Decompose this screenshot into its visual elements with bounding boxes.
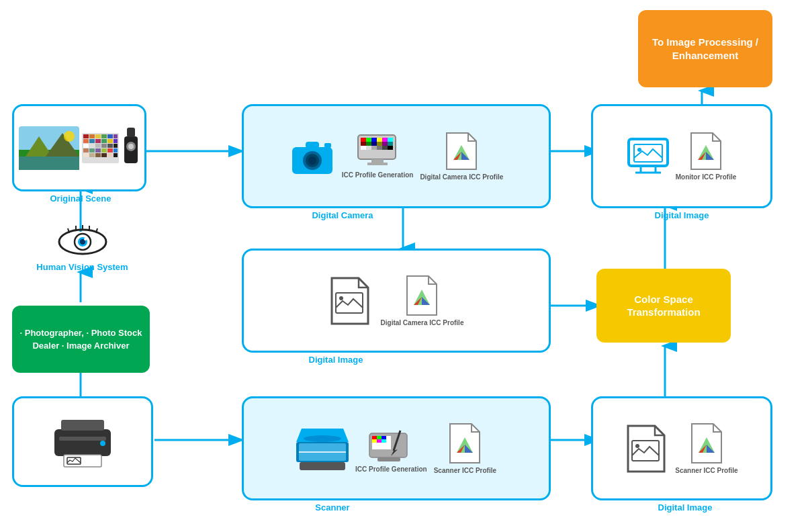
color-space-transformation-box: Color Space Transformation xyxy=(596,269,731,343)
svg-rect-67 xyxy=(89,139,95,143)
svg-rect-40 xyxy=(382,142,388,146)
scanner-box: ICC Profile Generation Scanner ICC Profi… xyxy=(242,396,551,500)
digital-image-bot-label: Digital Image xyxy=(618,502,752,513)
svg-rect-41 xyxy=(388,142,393,146)
svg-rect-71 xyxy=(114,139,118,143)
svg-rect-32 xyxy=(371,138,377,142)
svg-rect-91 xyxy=(127,128,135,137)
scanner-icc-label: Scanner ICC Profile xyxy=(434,467,496,474)
svg-rect-66 xyxy=(83,139,89,143)
digital-image-mid-doc-group xyxy=(329,277,371,325)
svg-rect-30 xyxy=(361,138,366,142)
svg-rect-46 xyxy=(382,146,388,150)
digital-camera-box: ICC Profile Generation Digital Camera IC… xyxy=(242,104,551,208)
svg-rect-31 xyxy=(366,138,371,142)
svg-rect-65 xyxy=(114,134,118,138)
svg-rect-127 xyxy=(377,439,382,443)
printer-icon xyxy=(49,413,116,470)
digital-image-mid-box: Digital Camera ICC Profile xyxy=(242,249,551,353)
svg-rect-60 xyxy=(83,134,89,138)
svg-rect-69 xyxy=(101,139,107,143)
svg-rect-49 xyxy=(367,163,388,165)
svg-rect-34 xyxy=(382,138,388,142)
svg-rect-77 xyxy=(114,144,118,148)
svg-rect-113 xyxy=(59,437,106,441)
svg-rect-62 xyxy=(95,134,101,138)
svg-rect-80 xyxy=(95,148,101,152)
svg-rect-119 xyxy=(300,462,345,470)
scanner-label: Scanner xyxy=(299,502,366,513)
svg-rect-74 xyxy=(95,144,101,148)
svg-rect-76 xyxy=(107,144,113,148)
svg-point-58 xyxy=(64,131,75,142)
svg-rect-38 xyxy=(371,142,377,146)
scanner-icc-bot-label: Scanner ICC Profile xyxy=(675,467,737,474)
svg-point-120 xyxy=(304,435,341,442)
color-space-transformation-label: Color Space Transformation xyxy=(596,293,731,319)
svg-point-93 xyxy=(128,144,134,149)
svg-rect-47 xyxy=(388,146,393,150)
svg-rect-35 xyxy=(388,138,393,142)
camera-icc-label: Digital Camera ICC Profile xyxy=(420,173,503,181)
svg-rect-110 xyxy=(61,420,104,431)
svg-rect-123 xyxy=(372,436,377,439)
svg-rect-81 xyxy=(101,148,107,152)
photographers-label: · Photographer, · Photo Stock Dealer · I… xyxy=(12,320,150,359)
svg-rect-89 xyxy=(114,153,118,157)
svg-point-26 xyxy=(308,157,316,165)
svg-rect-27 xyxy=(306,142,319,148)
camera-icc-doc-group: Digital Camera ICC Profile xyxy=(420,132,503,181)
svg-rect-43 xyxy=(366,146,371,150)
svg-rect-78 xyxy=(83,148,89,152)
svg-rect-84 xyxy=(83,153,89,157)
digital-image-top-label: Digital Image xyxy=(615,210,749,220)
monitor-icc-label: Monitor ICC Profile xyxy=(676,173,737,181)
scanner-icc-gen-group: ICC Profile Generation xyxy=(355,424,427,473)
original-scene-box xyxy=(12,104,146,191)
svg-rect-82 xyxy=(107,148,113,152)
svg-rect-85 xyxy=(89,153,95,157)
monitor-icon-group xyxy=(627,138,669,175)
svg-rect-72 xyxy=(83,144,89,148)
svg-rect-87 xyxy=(101,153,107,157)
svg-point-98 xyxy=(84,238,87,240)
svg-rect-36 xyxy=(361,142,366,146)
digital-image-top-content: Monitor ICC Profile xyxy=(627,132,737,181)
printer-box xyxy=(12,396,153,487)
to-image-processing-label: To Image Processing / Enhancement xyxy=(638,36,772,62)
svg-rect-63 xyxy=(101,134,107,138)
svg-rect-37 xyxy=(366,142,371,146)
diagram-container: To Image Processing / Enhancement xyxy=(0,0,806,532)
svg-rect-124 xyxy=(377,436,382,439)
to-image-processing-box: To Image Processing / Enhancement xyxy=(638,10,772,87)
svg-rect-70 xyxy=(107,139,113,143)
digital-image-mid-label: Digital Image xyxy=(296,355,376,365)
svg-rect-79 xyxy=(89,148,95,152)
svg-rect-61 xyxy=(89,134,95,138)
scanner-icc-bot-group: Scanner ICC Profile xyxy=(675,423,737,474)
human-vision-label: Human Vision System xyxy=(34,262,131,272)
landscape-photo-icon xyxy=(19,126,79,170)
lightmeter-icon xyxy=(122,126,140,170)
svg-point-19 xyxy=(637,148,641,152)
svg-rect-48 xyxy=(371,159,384,163)
svg-rect-126 xyxy=(372,439,377,443)
svg-rect-125 xyxy=(382,436,386,439)
svg-rect-64 xyxy=(107,134,113,138)
svg-rect-131 xyxy=(377,457,400,461)
svg-rect-42 xyxy=(361,146,366,150)
svg-rect-57 xyxy=(19,157,79,170)
svg-rect-73 xyxy=(89,144,95,148)
monitor-icc-profile-group: Monitor ICC Profile xyxy=(676,132,737,181)
svg-rect-88 xyxy=(107,153,113,157)
svg-rect-44 xyxy=(371,146,377,150)
svg-rect-68 xyxy=(95,139,101,143)
svg-rect-28 xyxy=(324,143,331,148)
color-checker-icon xyxy=(82,133,119,163)
camera-icon-group xyxy=(289,136,335,177)
scanner-icc-profile-group: Scanner ICC Profile xyxy=(434,423,496,474)
eye-icon xyxy=(56,225,109,259)
human-vision-box: Human Vision System xyxy=(34,225,131,272)
digital-camera-label: Digital Camera xyxy=(302,210,383,220)
svg-rect-45 xyxy=(377,146,382,150)
